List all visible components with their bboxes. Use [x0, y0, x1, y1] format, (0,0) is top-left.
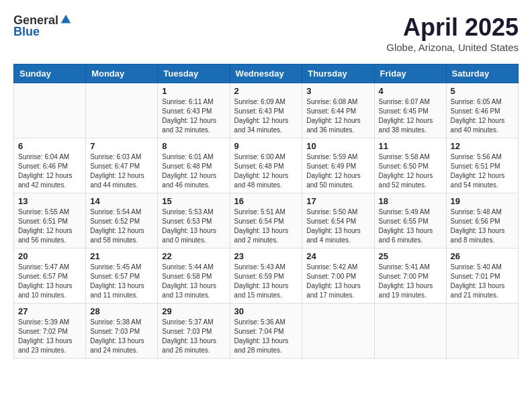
calendar-cell: 19Sunrise: 5:48 AM Sunset: 6:56 PM Dayli…: [446, 193, 518, 248]
page-header: General Blue April 2025 Globe, Arizona, …: [13, 13, 519, 53]
day-info: Sunrise: 5:48 AM Sunset: 6:56 PM Dayligh…: [451, 208, 514, 245]
svg-marker-0: [61, 14, 71, 23]
calendar-cell: 16Sunrise: 5:51 AM Sunset: 6:54 PM Dayli…: [230, 193, 302, 248]
day-number: 22: [162, 251, 225, 261]
calendar-cell: 8Sunrise: 6:01 AM Sunset: 6:48 PM Daylig…: [158, 138, 230, 193]
logo: General Blue: [13, 13, 72, 39]
calendar-cell: 12Sunrise: 5:56 AM Sunset: 6:51 PM Dayli…: [446, 138, 518, 193]
day-number: 7: [90, 141, 153, 151]
day-number: 9: [234, 141, 298, 151]
calendar-cell: 29Sunrise: 5:37 AM Sunset: 7:03 PM Dayli…: [158, 304, 230, 359]
day-number: 11: [379, 141, 442, 151]
day-number: 21: [90, 251, 153, 261]
day-number: 28: [90, 306, 153, 316]
day-number: 12: [451, 141, 514, 151]
calendar-cell: [446, 304, 518, 359]
day-info: Sunrise: 5:49 AM Sunset: 6:55 PM Dayligh…: [379, 208, 442, 245]
day-number: 5: [451, 86, 514, 96]
day-info: Sunrise: 5:42 AM Sunset: 7:00 PM Dayligh…: [306, 263, 369, 300]
day-info: Sunrise: 5:41 AM Sunset: 7:00 PM Dayligh…: [379, 263, 442, 300]
day-number: 24: [306, 251, 369, 261]
day-info: Sunrise: 5:45 AM Sunset: 6:57 PM Dayligh…: [90, 263, 153, 300]
calendar-day-header: Wednesday: [230, 64, 302, 83]
calendar-cell: [302, 304, 374, 359]
day-info: Sunrise: 5:51 AM Sunset: 6:54 PM Dayligh…: [234, 208, 298, 245]
day-number: 17: [306, 196, 369, 206]
day-info: Sunrise: 5:43 AM Sunset: 6:59 PM Dayligh…: [234, 263, 298, 300]
day-info: Sunrise: 5:59 AM Sunset: 6:49 PM Dayligh…: [306, 152, 369, 190]
calendar-week-row: 1Sunrise: 6:11 AM Sunset: 6:43 PM Daylig…: [14, 83, 519, 138]
calendar-cell: 30Sunrise: 5:36 AM Sunset: 7:04 PM Dayli…: [230, 304, 302, 359]
calendar-cell: 2Sunrise: 6:09 AM Sunset: 6:43 PM Daylig…: [230, 83, 302, 138]
day-info: Sunrise: 6:08 AM Sunset: 6:44 PM Dayligh…: [306, 97, 369, 135]
calendar-cell: 15Sunrise: 5:53 AM Sunset: 6:53 PM Dayli…: [158, 193, 230, 248]
day-info: Sunrise: 5:58 AM Sunset: 6:50 PM Dayligh…: [379, 152, 442, 190]
day-info: Sunrise: 5:44 AM Sunset: 6:58 PM Dayligh…: [162, 263, 225, 300]
day-info: Sunrise: 5:54 AM Sunset: 6:52 PM Dayligh…: [90, 208, 153, 245]
calendar-week-row: 6Sunrise: 6:04 AM Sunset: 6:46 PM Daylig…: [14, 138, 519, 193]
day-info: Sunrise: 6:01 AM Sunset: 6:48 PM Dayligh…: [162, 152, 225, 190]
calendar-cell: 14Sunrise: 5:54 AM Sunset: 6:52 PM Dayli…: [86, 193, 158, 248]
calendar-cell: 5Sunrise: 6:05 AM Sunset: 6:46 PM Daylig…: [446, 83, 518, 138]
calendar-day-header: Tuesday: [158, 64, 230, 83]
calendar-cell: 26Sunrise: 5:40 AM Sunset: 7:01 PM Dayli…: [446, 248, 518, 304]
day-info: Sunrise: 5:38 AM Sunset: 7:03 PM Dayligh…: [90, 318, 153, 355]
calendar-cell: 13Sunrise: 5:55 AM Sunset: 6:51 PM Dayli…: [14, 193, 86, 248]
logo-blue: Blue: [13, 25, 40, 39]
day-info: Sunrise: 6:09 AM Sunset: 6:43 PM Dayligh…: [234, 97, 298, 135]
day-number: 13: [18, 196, 81, 206]
subtitle: Globe, Arizona, United States: [386, 42, 519, 53]
calendar-cell: 10Sunrise: 5:59 AM Sunset: 6:49 PM Dayli…: [302, 138, 374, 193]
day-info: Sunrise: 5:36 AM Sunset: 7:04 PM Dayligh…: [234, 318, 298, 355]
day-number: 15: [162, 196, 225, 206]
calendar-day-header: Thursday: [302, 64, 374, 83]
calendar-week-row: 13Sunrise: 5:55 AM Sunset: 6:51 PM Dayli…: [14, 193, 519, 248]
main-title: April 2025: [386, 13, 519, 42]
logo-triangle-icon: [60, 13, 72, 26]
day-info: Sunrise: 5:47 AM Sunset: 6:57 PM Dayligh…: [18, 263, 81, 300]
day-info: Sunrise: 5:40 AM Sunset: 7:01 PM Dayligh…: [451, 263, 514, 300]
calendar-cell: 3Sunrise: 6:08 AM Sunset: 6:44 PM Daylig…: [302, 83, 374, 138]
calendar-day-header: Saturday: [446, 64, 518, 83]
calendar-cell: [86, 83, 158, 138]
day-number: 2: [234, 86, 298, 96]
day-info: Sunrise: 5:56 AM Sunset: 6:51 PM Dayligh…: [451, 152, 514, 190]
day-number: 10: [306, 141, 369, 151]
calendar-cell: 28Sunrise: 5:38 AM Sunset: 7:03 PM Dayli…: [86, 304, 158, 359]
calendar-cell: [14, 83, 86, 138]
calendar-cell: 9Sunrise: 6:00 AM Sunset: 6:48 PM Daylig…: [230, 138, 302, 193]
day-number: 3: [306, 86, 369, 96]
calendar-cell: 23Sunrise: 5:43 AM Sunset: 6:59 PM Dayli…: [230, 248, 302, 304]
calendar-cell: 7Sunrise: 6:03 AM Sunset: 6:47 PM Daylig…: [86, 138, 158, 193]
day-number: 16: [234, 196, 298, 206]
calendar-cell: 6Sunrise: 6:04 AM Sunset: 6:46 PM Daylig…: [14, 138, 86, 193]
day-info: Sunrise: 5:37 AM Sunset: 7:03 PM Dayligh…: [162, 318, 225, 355]
day-info: Sunrise: 6:00 AM Sunset: 6:48 PM Dayligh…: [234, 152, 298, 190]
day-number: 6: [18, 141, 81, 151]
day-number: 19: [451, 196, 514, 206]
day-number: 20: [18, 251, 81, 261]
day-number: 4: [379, 86, 442, 96]
calendar-cell: 24Sunrise: 5:42 AM Sunset: 7:00 PM Dayli…: [302, 248, 374, 304]
day-number: 1: [162, 86, 225, 96]
day-info: Sunrise: 5:55 AM Sunset: 6:51 PM Dayligh…: [18, 208, 81, 245]
calendar-cell: 20Sunrise: 5:47 AM Sunset: 6:57 PM Dayli…: [14, 248, 86, 304]
calendar-cell: 1Sunrise: 6:11 AM Sunset: 6:43 PM Daylig…: [158, 83, 230, 138]
day-number: 18: [379, 196, 442, 206]
day-number: 8: [162, 141, 225, 151]
title-block: April 2025 Globe, Arizona, United States: [386, 13, 519, 53]
day-info: Sunrise: 6:05 AM Sunset: 6:46 PM Dayligh…: [451, 97, 514, 135]
day-number: 30: [234, 306, 298, 316]
calendar-cell: 27Sunrise: 5:39 AM Sunset: 7:02 PM Dayli…: [14, 304, 86, 359]
day-info: Sunrise: 6:11 AM Sunset: 6:43 PM Dayligh…: [162, 97, 225, 135]
day-info: Sunrise: 6:07 AM Sunset: 6:45 PM Dayligh…: [379, 97, 442, 135]
calendar-table: SundayMondayTuesdayWednesdayThursdayFrid…: [13, 64, 519, 359]
calendar-cell: 25Sunrise: 5:41 AM Sunset: 7:00 PM Dayli…: [374, 248, 446, 304]
day-info: Sunrise: 5:39 AM Sunset: 7:02 PM Dayligh…: [18, 318, 81, 355]
day-number: 25: [379, 251, 442, 261]
calendar-day-header: Monday: [86, 64, 158, 83]
day-number: 29: [162, 306, 225, 316]
day-number: 27: [18, 306, 81, 316]
calendar-cell: 4Sunrise: 6:07 AM Sunset: 6:45 PM Daylig…: [374, 83, 446, 138]
day-info: Sunrise: 5:53 AM Sunset: 6:53 PM Dayligh…: [162, 208, 225, 245]
